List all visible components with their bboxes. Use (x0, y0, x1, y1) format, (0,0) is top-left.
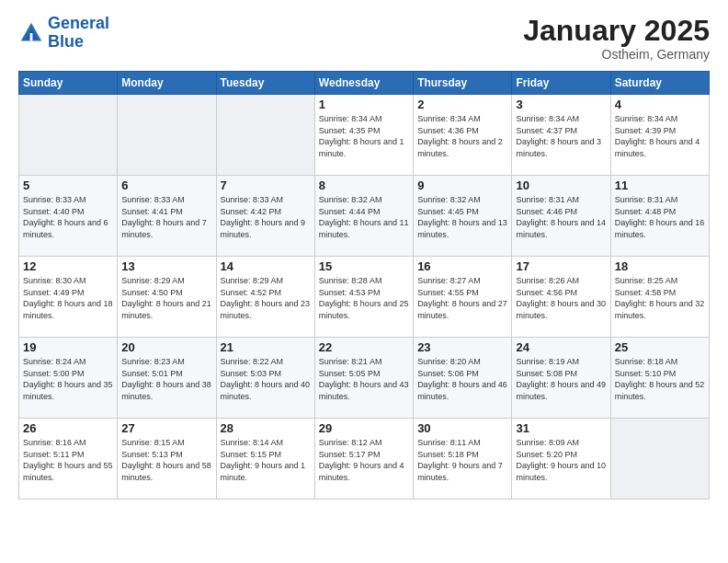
weekday-thursday: Thursday (414, 72, 512, 95)
cell-text: Sunrise: 8:27 AM Sunset: 4:55 PM Dayligh… (417, 275, 507, 321)
day-number: 28 (221, 421, 311, 435)
day-number: 21 (221, 340, 311, 354)
cell-text: Sunrise: 8:34 AM Sunset: 4:36 PM Dayligh… (417, 113, 507, 159)
month-title: January 2025 (523, 15, 710, 47)
day-number: 7 (221, 178, 311, 192)
cell-3-2: 13Sunrise: 8:29 AM Sunset: 4:50 PM Dayli… (118, 257, 216, 338)
cell-4-4: 22Sunrise: 8:21 AM Sunset: 5:05 PM Dayli… (314, 338, 413, 419)
title-block: January 2025 Ostheim, Germany (523, 15, 710, 62)
cell-5-4: 29Sunrise: 8:12 AM Sunset: 5:17 PM Dayli… (314, 419, 413, 500)
cell-2-7: 11Sunrise: 8:31 AM Sunset: 4:48 PM Dayli… (610, 176, 709, 257)
day-number: 4 (615, 98, 705, 111)
cell-3-4: 15Sunrise: 8:28 AM Sunset: 4:53 PM Dayli… (314, 257, 413, 338)
weekday-monday: Monday (118, 72, 216, 95)
cell-text: Sunrise: 8:30 AM Sunset: 4:49 PM Dayligh… (23, 275, 113, 321)
cell-5-5: 30Sunrise: 8:11 AM Sunset: 5:18 PM Dayli… (414, 419, 512, 500)
logo: General Blue (18, 15, 109, 52)
day-number: 5 (23, 178, 113, 192)
cell-3-3: 14Sunrise: 8:29 AM Sunset: 4:52 PM Dayli… (216, 257, 314, 338)
cell-4-7: 25Sunrise: 8:18 AM Sunset: 5:10 PM Dayli… (610, 338, 709, 419)
cell-text: Sunrise: 8:34 AM Sunset: 4:37 PM Dayligh… (516, 113, 606, 159)
day-number: 17 (516, 259, 606, 273)
cell-5-2: 27Sunrise: 8:15 AM Sunset: 5:13 PM Dayli… (118, 419, 216, 500)
day-number: 10 (516, 178, 606, 192)
cell-text: Sunrise: 8:12 AM Sunset: 5:17 PM Dayligh… (319, 437, 409, 483)
cell-text: Sunrise: 8:34 AM Sunset: 4:39 PM Dayligh… (615, 113, 705, 159)
day-number: 13 (121, 259, 211, 273)
cell-4-3: 21Sunrise: 8:22 AM Sunset: 5:03 PM Dayli… (216, 338, 314, 419)
cell-text: Sunrise: 8:28 AM Sunset: 4:53 PM Dayligh… (319, 275, 409, 321)
day-number: 27 (121, 421, 211, 435)
logo-line2: Blue (48, 33, 109, 52)
day-number: 22 (319, 340, 409, 354)
cell-text: Sunrise: 8:09 AM Sunset: 5:20 PM Dayligh… (516, 437, 606, 483)
day-number: 16 (417, 259, 507, 273)
day-number: 26 (23, 421, 113, 435)
day-number: 14 (221, 259, 311, 273)
day-number: 3 (516, 98, 606, 111)
week-row-4: 19Sunrise: 8:24 AM Sunset: 5:00 PM Dayli… (19, 338, 710, 419)
day-number: 1 (319, 98, 409, 111)
day-number: 31 (516, 421, 606, 435)
cell-1-3 (216, 95, 314, 176)
cell-text: Sunrise: 8:18 AM Sunset: 5:10 PM Dayligh… (615, 356, 705, 402)
day-number: 19 (23, 340, 113, 354)
weekday-header-row: SundayMondayTuesdayWednesdayThursdayFrid… (19, 72, 710, 95)
cell-4-2: 20Sunrise: 8:23 AM Sunset: 5:01 PM Dayli… (118, 338, 216, 419)
cell-text: Sunrise: 8:31 AM Sunset: 4:46 PM Dayligh… (516, 194, 606, 240)
logo-text: General Blue (48, 15, 109, 52)
cell-text: Sunrise: 8:22 AM Sunset: 5:03 PM Dayligh… (221, 356, 311, 402)
day-number: 2 (417, 98, 507, 111)
cell-text: Sunrise: 8:31 AM Sunset: 4:48 PM Dayligh… (615, 194, 705, 240)
cell-2-6: 10Sunrise: 8:31 AM Sunset: 4:46 PM Dayli… (512, 176, 610, 257)
day-number: 18 (615, 259, 705, 273)
cell-text: Sunrise: 8:33 AM Sunset: 4:40 PM Dayligh… (23, 194, 113, 240)
location: Ostheim, Germany (523, 47, 710, 62)
logo-icon (18, 20, 44, 46)
cell-3-6: 17Sunrise: 8:26 AM Sunset: 4:56 PM Dayli… (512, 257, 610, 338)
cell-5-7 (610, 419, 709, 500)
day-number: 23 (417, 340, 507, 354)
day-number: 12 (23, 259, 113, 273)
cell-3-7: 18Sunrise: 8:25 AM Sunset: 4:58 PM Dayli… (610, 257, 709, 338)
svg-rect-2 (30, 33, 33, 40)
weekday-saturday: Saturday (610, 72, 709, 95)
cell-text: Sunrise: 8:11 AM Sunset: 5:18 PM Dayligh… (417, 437, 507, 483)
cell-5-3: 28Sunrise: 8:14 AM Sunset: 5:15 PM Dayli… (216, 419, 314, 500)
cell-text: Sunrise: 8:20 AM Sunset: 5:06 PM Dayligh… (417, 356, 507, 402)
day-number: 15 (319, 259, 409, 273)
cell-text: Sunrise: 8:26 AM Sunset: 4:56 PM Dayligh… (516, 275, 606, 321)
week-row-1: 1Sunrise: 8:34 AM Sunset: 4:35 PM Daylig… (19, 95, 710, 176)
weekday-sunday: Sunday (19, 72, 118, 95)
week-row-2: 5Sunrise: 8:33 AM Sunset: 4:40 PM Daylig… (19, 176, 710, 257)
cell-text: Sunrise: 8:32 AM Sunset: 4:44 PM Dayligh… (319, 194, 409, 240)
cell-3-1: 12Sunrise: 8:30 AM Sunset: 4:49 PM Dayli… (19, 257, 118, 338)
weekday-wednesday: Wednesday (314, 72, 413, 95)
cell-text: Sunrise: 8:25 AM Sunset: 4:58 PM Dayligh… (615, 275, 705, 321)
cell-text: Sunrise: 8:15 AM Sunset: 5:13 PM Dayligh… (121, 437, 211, 483)
cell-text: Sunrise: 8:33 AM Sunset: 4:42 PM Dayligh… (221, 194, 311, 240)
page: General Blue January 2025 Ostheim, Germa… (0, 0, 728, 563)
day-number: 20 (121, 340, 211, 354)
cell-text: Sunrise: 8:24 AM Sunset: 5:00 PM Dayligh… (23, 356, 113, 402)
cell-2-5: 9Sunrise: 8:32 AM Sunset: 4:45 PM Daylig… (414, 176, 512, 257)
day-number: 30 (417, 421, 507, 435)
cell-text: Sunrise: 8:34 AM Sunset: 4:35 PM Dayligh… (319, 113, 409, 159)
cell-1-6: 3Sunrise: 8:34 AM Sunset: 4:37 PM Daylig… (512, 95, 610, 176)
weekday-tuesday: Tuesday (216, 72, 314, 95)
cell-1-7: 4Sunrise: 8:34 AM Sunset: 4:39 PM Daylig… (610, 95, 709, 176)
cell-3-5: 16Sunrise: 8:27 AM Sunset: 4:55 PM Dayli… (414, 257, 512, 338)
day-number: 11 (615, 178, 705, 192)
logo-line1: General (48, 15, 109, 33)
cell-text: Sunrise: 8:33 AM Sunset: 4:41 PM Dayligh… (121, 194, 211, 240)
cell-4-5: 23Sunrise: 8:20 AM Sunset: 5:06 PM Dayli… (414, 338, 512, 419)
day-number: 24 (516, 340, 606, 354)
cell-text: Sunrise: 8:14 AM Sunset: 5:15 PM Dayligh… (221, 437, 311, 483)
cell-2-1: 5Sunrise: 8:33 AM Sunset: 4:40 PM Daylig… (19, 176, 118, 257)
cell-2-3: 7Sunrise: 8:33 AM Sunset: 4:42 PM Daylig… (216, 176, 314, 257)
cell-1-1 (19, 95, 118, 176)
day-number: 6 (121, 178, 211, 192)
day-number: 29 (319, 421, 409, 435)
cell-1-2 (118, 95, 216, 176)
cell-text: Sunrise: 8:29 AM Sunset: 4:52 PM Dayligh… (221, 275, 311, 321)
